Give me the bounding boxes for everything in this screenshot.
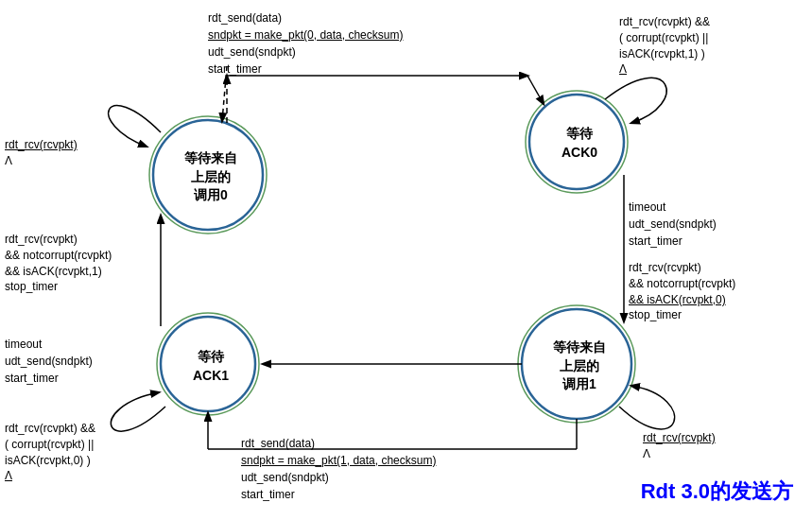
- diagram-container: 等待来自上层的调用0 等待ACK0 等待ACK1 等待来自上层的调用1 rdt_…: [0, 0, 812, 520]
- label-state2-to-state0: rdt_rcv(rcvpkt) && notcorrupt(rcvpkt) &&…: [5, 232, 112, 295]
- label-state1-to-state3: rdt_rcv(rcvpkt) && notcorrupt(rcvpkt) &&…: [629, 260, 735, 323]
- state0-label: 等待来自上层的调用0: [173, 149, 249, 205]
- label-bottom-entry: rdt_send(data) sndpkt = make_pkt(1, data…: [241, 435, 436, 503]
- state1-label: 等待ACK0: [551, 125, 608, 162]
- label-state2-self: rdt_rcv(rcvpkt) && ( corrupt(rcvpkt) || …: [5, 421, 95, 484]
- state3-label: 等待来自上层的调用1: [542, 338, 617, 394]
- label-timeout-state1: timeout udt_send(sndpkt) start_timer: [629, 199, 717, 250]
- label-timeout-state2: timeout udt_send(sndpkt) start_timer: [5, 336, 93, 387]
- label-state3-self: rdt_rcv(rcvpkt) Λ: [643, 430, 716, 462]
- diagram-title: Rdt 3.0的发送方: [641, 477, 793, 506]
- state2-label: 等待ACK1: [182, 348, 239, 385]
- label-state0-self: rdt_rcv(rcvpkt)Λ: [5, 137, 78, 169]
- label-top-entry: rdt_send(data) sndpkt = make_pkt(0, data…: [208, 9, 403, 78]
- svg-line-10: [527, 76, 544, 104]
- label-state1-self: rdt_rcv(rcvpkt) && ( corrupt(rcvpkt) || …: [619, 14, 710, 78]
